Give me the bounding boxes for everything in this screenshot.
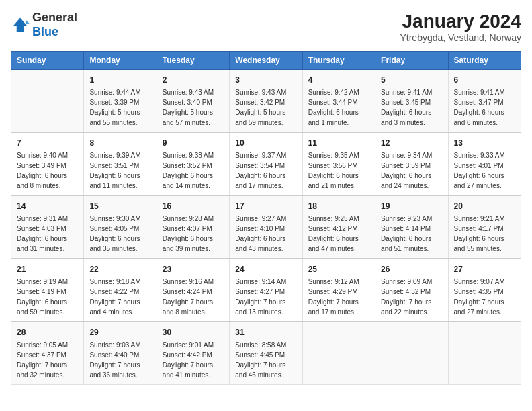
day-number: 30 <box>163 326 224 338</box>
day-number: 4 <box>308 74 369 86</box>
day-number: 23 <box>163 263 224 275</box>
day-info: Sunrise: 9:40 AMSunset: 3:49 PMDaylight:… <box>17 150 78 191</box>
day-cell: 4Sunrise: 9:42 AMSunset: 3:44 PMDaylight… <box>302 70 375 133</box>
day-number: 22 <box>89 263 150 275</box>
daylight: Daylight: 6 hours and 51 minutes. <box>381 235 431 253</box>
day-number: 20 <box>454 200 515 212</box>
sunrise: Sunrise: 9:41 AM <box>381 89 432 96</box>
day-info: Sunrise: 9:25 AMSunset: 4:12 PMDaylight:… <box>308 214 369 254</box>
day-number: 15 <box>89 200 150 212</box>
day-cell <box>375 322 448 385</box>
week-row-0: 1Sunrise: 9:44 AMSunset: 3:39 PMDaylight… <box>11 70 521 133</box>
sunset: Sunset: 3:47 PM <box>454 99 504 106</box>
daylight: Daylight: 6 hours and 31 minutes. <box>17 235 67 253</box>
sunrise: Sunrise: 9:14 AM <box>235 278 286 285</box>
daylight: Daylight: 5 hours and 55 minutes. <box>89 109 140 126</box>
sunrise: Sunrise: 9:09 AM <box>381 278 432 285</box>
calendar-table: Sunday Monday Tuesday Wednesday Thursday… <box>11 51 521 385</box>
day-info: Sunrise: 9:03 AMSunset: 4:40 PMDaylight:… <box>89 340 150 380</box>
sunset: Sunset: 3:49 PM <box>17 162 66 169</box>
sunset: Sunset: 4:19 PM <box>17 288 66 295</box>
sunset: Sunset: 3:40 PM <box>163 99 212 106</box>
sunset: Sunset: 4:01 PM <box>454 162 504 169</box>
daylight: Daylight: 5 hours and 59 minutes. <box>235 109 285 126</box>
day-number: 5 <box>381 74 442 86</box>
daylight: Daylight: 6 hours and 39 minutes. <box>163 235 213 253</box>
header-row: Sunday Monday Tuesday Wednesday Thursday… <box>11 52 521 70</box>
sunrise: Sunrise: 9:30 AM <box>89 215 140 222</box>
sunrise: Sunrise: 9:40 AM <box>17 152 68 159</box>
header-thursday: Thursday <box>302 52 375 70</box>
header-monday: Monday <box>84 52 157 70</box>
day-cell: 27Sunrise: 9:07 AMSunset: 4:35 PMDayligh… <box>448 259 521 322</box>
sunset: Sunset: 3:39 PM <box>89 99 139 106</box>
day-cell: 18Sunrise: 9:25 AMSunset: 4:12 PMDayligh… <box>302 195 375 259</box>
day-info: Sunrise: 9:05 AMSunset: 4:37 PMDaylight:… <box>17 340 78 380</box>
sunset: Sunset: 3:51 PM <box>89 162 139 169</box>
calendar-header: Sunday Monday Tuesday Wednesday Thursday… <box>11 52 521 70</box>
day-cell: 28Sunrise: 9:05 AMSunset: 4:37 PMDayligh… <box>11 322 84 385</box>
day-number: 24 <box>235 263 296 275</box>
day-cell: 14Sunrise: 9:31 AMSunset: 4:03 PMDayligh… <box>11 195 84 259</box>
day-info: Sunrise: 9:09 AMSunset: 4:32 PMDaylight:… <box>381 277 442 317</box>
daylight: Daylight: 6 hours and 43 minutes. <box>235 235 285 253</box>
day-cell: 10Sunrise: 9:37 AMSunset: 3:54 PMDayligh… <box>230 132 302 195</box>
day-info: Sunrise: 9:23 AMSunset: 4:14 PMDaylight:… <box>381 214 442 254</box>
daylight: Daylight: 6 hours and 24 minutes. <box>381 172 431 189</box>
daylight: Daylight: 6 hours and 35 minutes. <box>89 235 140 253</box>
daylight: Daylight: 6 hours and 55 minutes. <box>454 235 504 253</box>
sunset: Sunset: 4:05 PM <box>89 225 139 232</box>
day-cell <box>11 70 84 133</box>
sunset: Sunset: 4:29 PM <box>308 288 358 295</box>
day-info: Sunrise: 9:21 AMSunset: 4:17 PMDaylight:… <box>454 214 515 254</box>
logo-icon <box>11 15 30 34</box>
sunrise: Sunrise: 9:19 AM <box>17 278 68 285</box>
day-cell: 9Sunrise: 9:38 AMSunset: 3:52 PMDaylight… <box>157 132 229 195</box>
day-info: Sunrise: 9:12 AMSunset: 4:29 PMDaylight:… <box>308 277 369 317</box>
daylight: Daylight: 7 hours and 27 minutes. <box>454 298 504 316</box>
day-number: 13 <box>454 137 515 149</box>
day-cell: 6Sunrise: 9:41 AMSunset: 3:47 PMDaylight… <box>448 70 521 133</box>
subtitle: Ytrebygda, Vestland, Norway <box>400 32 521 43</box>
header: General Blue January 2024 Ytrebygda, Ves… <box>11 11 521 43</box>
day-cell: 15Sunrise: 9:30 AMSunset: 4:05 PMDayligh… <box>84 195 157 259</box>
week-row-1: 7Sunrise: 9:40 AMSunset: 3:49 PMDaylight… <box>11 132 521 195</box>
day-info: Sunrise: 9:43 AMSunset: 3:40 PMDaylight:… <box>163 87 224 128</box>
sunset: Sunset: 3:59 PM <box>381 162 431 169</box>
day-number: 6 <box>454 74 515 86</box>
sunset: Sunset: 4:24 PM <box>163 288 212 295</box>
sunrise: Sunrise: 9:23 AM <box>381 215 432 222</box>
sunset: Sunset: 4:32 PM <box>381 288 431 295</box>
day-info: Sunrise: 9:31 AMSunset: 4:03 PMDaylight:… <box>17 214 78 254</box>
sunset: Sunset: 4:45 PM <box>235 351 285 359</box>
day-number: 19 <box>381 200 442 212</box>
sunrise: Sunrise: 8:58 AM <box>235 341 286 349</box>
sunset: Sunset: 4:37 PM <box>17 351 66 359</box>
sunset: Sunset: 4:17 PM <box>454 225 504 232</box>
day-info: Sunrise: 9:43 AMSunset: 3:42 PMDaylight:… <box>235 87 296 128</box>
day-cell: 20Sunrise: 9:21 AMSunset: 4:17 PMDayligh… <box>448 195 521 259</box>
calendar-body: 1Sunrise: 9:44 AMSunset: 3:39 PMDaylight… <box>11 70 521 385</box>
sunrise: Sunrise: 9:03 AM <box>89 341 140 349</box>
daylight: Daylight: 6 hours and 6 minutes. <box>454 109 504 126</box>
sunset: Sunset: 4:22 PM <box>89 288 139 295</box>
sunrise: Sunrise: 9:05 AM <box>17 341 68 349</box>
day-cell <box>302 322 375 385</box>
day-cell: 2Sunrise: 9:43 AMSunset: 3:40 PMDaylight… <box>157 70 229 133</box>
sunrise: Sunrise: 9:25 AM <box>308 215 359 222</box>
day-info: Sunrise: 9:19 AMSunset: 4:19 PMDaylight:… <box>17 277 78 317</box>
header-wednesday: Wednesday <box>230 52 302 70</box>
sunrise: Sunrise: 9:12 AM <box>308 278 359 285</box>
day-number: 14 <box>17 200 78 212</box>
day-cell: 11Sunrise: 9:35 AMSunset: 3:56 PMDayligh… <box>302 132 375 195</box>
sunrise: Sunrise: 9:16 AM <box>163 278 214 285</box>
day-cell: 29Sunrise: 9:03 AMSunset: 4:40 PMDayligh… <box>84 322 157 385</box>
daylight: Daylight: 6 hours and 59 minutes. <box>17 298 67 316</box>
day-number: 1 <box>89 74 150 86</box>
day-number: 8 <box>89 137 150 149</box>
sunrise: Sunrise: 9:44 AM <box>89 89 140 96</box>
day-cell <box>448 322 521 385</box>
daylight: Daylight: 7 hours and 36 minutes. <box>89 361 140 379</box>
daylight: Daylight: 6 hours and 14 minutes. <box>163 172 213 189</box>
day-cell: 21Sunrise: 9:19 AMSunset: 4:19 PMDayligh… <box>11 259 84 322</box>
